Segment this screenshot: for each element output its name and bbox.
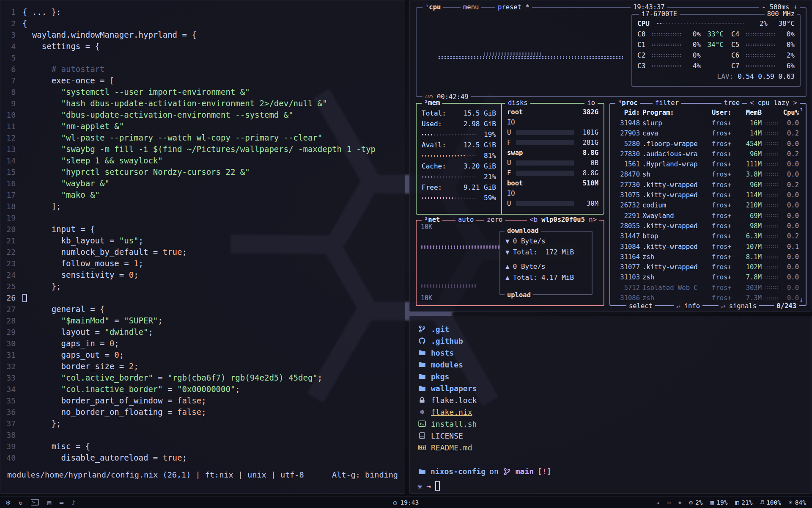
proc-hint-select[interactable]: select <box>626 301 655 311</box>
editor-window[interactable]: 1{ ... }:2{3 wayland.windowManager.hyprl… <box>0 0 405 494</box>
file-entry[interactable]: LICENSE <box>417 430 477 442</box>
bar-clock-module[interactable]: ◷ 19:43 <box>393 499 419 506</box>
nixos-icon[interactable]: ❄ <box>6 498 10 507</box>
code-line[interactable]: 7 exec-once = [ <box>0 75 405 86</box>
code-line[interactable]: 1{ ... }: <box>0 6 405 18</box>
code-line[interactable]: 26 <box>0 292 405 304</box>
code-line[interactable]: 11 "nm-applet &" <box>0 121 405 132</box>
process-row[interactable]: 26732codiumfros+210M0.0 <box>614 200 803 210</box>
file-entry[interactable]: hosts <box>417 347 477 359</box>
code-line[interactable]: 9 "hash dbus-update-activation-environme… <box>0 98 405 109</box>
code-line[interactable]: 20 input = { <box>0 224 405 235</box>
proc-table-header[interactable]: Pid: Program: User: MemB Cpu% <box>614 107 803 118</box>
code-line[interactable]: 21 kb_layout = "us"; <box>0 235 405 246</box>
code-line[interactable]: 10 "dbus-update-activation-environment -… <box>0 109 405 121</box>
code-line[interactable]: 23 follow_mouse = 1; <box>0 258 405 269</box>
code-line[interactable]: 38 <box>0 429 405 441</box>
notes-icon[interactable]: ▤ <box>47 499 51 506</box>
process-row[interactable]: 31948slurpfros+16M0.0 <box>614 118 803 128</box>
proc-filter-button[interactable]: filter <box>653 98 681 108</box>
power-icon[interactable]: ↻ <box>19 499 22 506</box>
mail-tray-icon[interactable]: ✉ <box>667 499 671 505</box>
file-entry[interactable]: ❄flake.nix <box>417 406 477 418</box>
btop-window[interactable]: ¹cpu menu preset * 19:43:37 - 500ms + i7… <box>409 0 812 312</box>
btop-proc-box[interactable]: ⁴proc filter tree < cpu lazy > ↑ ↓ Pid: … <box>609 103 807 306</box>
memory-module[interactable]: ▦19% <box>710 499 728 506</box>
process-row[interactable]: 31077.kitty-wrappedfros+102M0.0 <box>614 262 803 272</box>
code-line[interactable]: 6 # autostart <box>0 64 405 75</box>
proc-hint-info[interactable]: ↵ info <box>674 301 702 311</box>
net-auto-toggle[interactable]: auto <box>455 215 476 224</box>
proc-sort-control[interactable]: < cpu lazy > <box>747 98 800 108</box>
code-line[interactable]: 39 misc = { <box>0 441 405 452</box>
btop-net-box[interactable]: ³net auto zero <b wlp0s20f0u5 n> 10K 10K… <box>416 220 604 306</box>
proc-tree-toggle[interactable]: tree <box>721 98 742 108</box>
code-line[interactable]: 13 "swaybg -m fill -i $(find ~/Pictures/… <box>0 144 405 155</box>
disk-module[interactable]: ◧21% <box>735 499 752 506</box>
process-row[interactable]: 5712Isolated Web Cfros+303M0.0 <box>614 283 803 293</box>
process-row[interactable]: 28470shfros+3.8M0.0 <box>614 169 803 179</box>
code-line[interactable]: 33 "col.active_border" = "rgb(cba6f7) rg… <box>0 372 405 384</box>
proc-box-title[interactable]: ⁴proc <box>615 98 640 108</box>
process-row[interactable]: 5280.floorp-wrappefros+454M0.0 <box>614 139 803 149</box>
volume-module[interactable]: ♬100% <box>760 499 781 506</box>
code-line[interactable]: 5 <box>0 52 405 64</box>
file-entry[interactable]: .git <box>417 323 477 335</box>
code-line[interactable]: 32 border_size = 2; <box>0 361 405 372</box>
code-line[interactable]: 17 "mako &" <box>0 189 405 201</box>
file-entry[interactable]: install.sh <box>417 418 477 430</box>
process-row[interactable]: 27830.audacious-wrafros+96M0.2 <box>614 149 803 159</box>
code-line[interactable]: 14 "sleep 1 && swaylock" <box>0 155 405 166</box>
code-line[interactable]: 28 "$mainMod" = "SUPER"; <box>0 315 405 326</box>
process-row[interactable]: 28055.kitty-wrappedfros+98M0.0 <box>614 221 803 231</box>
code-line[interactable]: 22 numlock_by_default = true; <box>0 246 405 258</box>
code-line[interactable]: 18 ]; <box>0 201 405 212</box>
code-line[interactable]: 3 wayland.windowManager.hyprland = { <box>0 29 405 41</box>
palette-tray-icon[interactable]: ◆ <box>678 499 682 505</box>
code-line[interactable]: 35 border_part_of_window = false; <box>0 395 405 406</box>
file-entry[interactable]: wallpapers <box>417 382 477 394</box>
editor-code[interactable]: 1{ ... }:2{3 wayland.windowManager.hyprl… <box>0 6 405 464</box>
code-line[interactable]: 4 settings = { <box>0 41 405 52</box>
btop-mem-box[interactable]: ²mem disks io Total:15.5 GiBUsed:2.98 Gi… <box>416 103 604 215</box>
brightness-module[interactable]: ☀84% <box>789 499 806 506</box>
code-line[interactable]: 30 gaps_in = 0; <box>0 338 405 349</box>
file-entry[interactable]: modules <box>417 359 477 370</box>
code-line[interactable]: 12 "wl-paste --primary --watch wl-copy -… <box>0 132 405 144</box>
process-row[interactable]: 31103zshfros+7.8M0.0 <box>614 272 803 282</box>
code-line[interactable]: 34 "col.inactive_border" = "0x00000000"; <box>0 384 405 395</box>
chevron-up-tray-icon[interactable]: ▴ <box>657 499 660 505</box>
btop-menu-button[interactable]: menu <box>461 3 481 12</box>
code-line[interactable]: 37 }; <box>0 418 405 429</box>
code-line[interactable]: 19 <box>0 212 405 224</box>
music-icon[interactable]: ♪ <box>72 499 76 506</box>
terminal-window[interactable]: .git.githubhostsmodulespkgswallpapersfla… <box>409 316 812 494</box>
code-line[interactable]: 24 sensitivity = 0; <box>0 269 405 281</box>
process-row[interactable]: 27730.kitty-wrappedfros+96M0.2 <box>614 180 803 190</box>
btop-preset-button[interactable]: preset * <box>495 3 532 12</box>
file-entry[interactable]: flake.lock <box>417 394 477 406</box>
display-icon[interactable]: ▭ <box>60 499 63 506</box>
cpu-module[interactable]: ⚙2% <box>689 499 702 506</box>
file-entry[interactable]: README.md <box>417 442 477 453</box>
file-entry[interactable]: .github <box>417 335 477 347</box>
process-row[interactable]: 31447btopfros+6.3M0.2 <box>614 231 803 241</box>
terminal-icon[interactable]: >_ <box>31 499 39 505</box>
process-row[interactable]: 27903cavafros+14M0.2 <box>614 128 803 138</box>
process-row[interactable]: 31164zshfros+8.1M0.0 <box>614 252 803 262</box>
code-line[interactable]: 40 disable_autoreload = true; <box>0 452 405 464</box>
process-row[interactable]: 2291Xwaylandfros+69M0.0 <box>614 211 803 221</box>
code-line[interactable]: 15 "hyprctl setcursor Nordzy-cursors 22 … <box>0 166 405 178</box>
process-row[interactable]: 31075.kitty-wrappedfros+114M0.0 <box>614 190 803 200</box>
net-zero-toggle[interactable]: zero <box>484 215 505 224</box>
code-line[interactable]: 31 gaps_out = 0; <box>0 349 405 361</box>
proc-hint-signals[interactable]: ↵ signals <box>719 301 759 311</box>
code-line[interactable]: 27 general = { <box>0 304 405 315</box>
net-interface-selector[interactable]: <b wlp0s20f0u5 n> <box>527 215 599 224</box>
code-line[interactable]: 25 }; <box>0 281 405 292</box>
process-row[interactable]: 1561.Hyprland-wrapfros+111M0.0 <box>614 159 803 169</box>
code-line[interactable]: 36 no_border_on_floating = false; <box>0 406 405 418</box>
cpu-box-title[interactable]: ¹cpu <box>422 3 443 12</box>
process-row[interactable]: 31084.kitty-wrappedfros+107M0.1 <box>614 242 803 252</box>
code-line[interactable]: 8 "systemctl --user import-environment &… <box>0 86 405 98</box>
